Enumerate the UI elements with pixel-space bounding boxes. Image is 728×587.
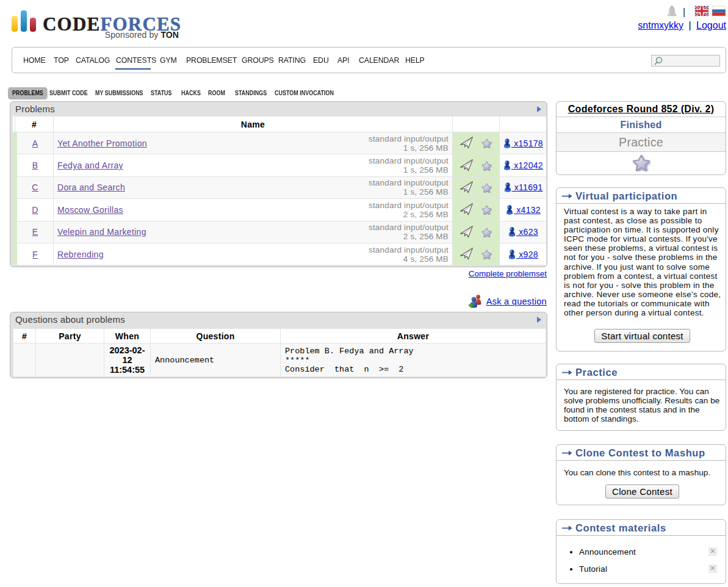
svg-text:|: | — [683, 7, 685, 17]
